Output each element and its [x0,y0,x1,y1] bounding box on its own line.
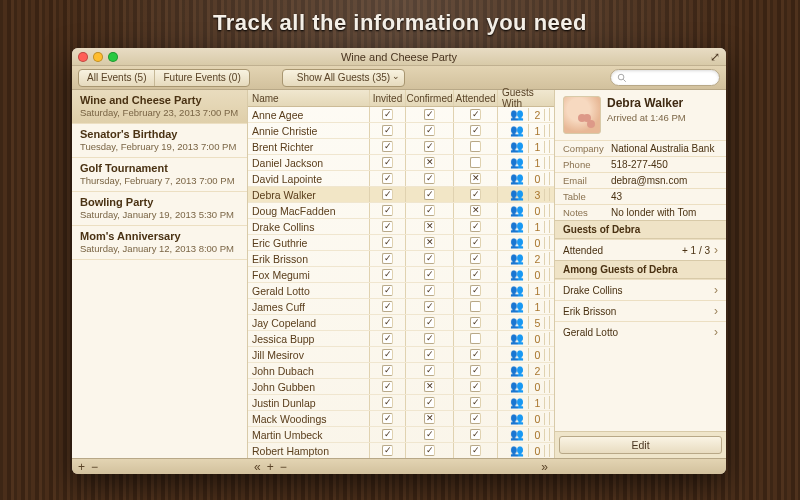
table-row[interactable]: Robert Hampton✓✓✓👥0 [248,443,554,458]
table-row[interactable]: James Cuff✓✓👥1 [248,299,554,315]
checkbox[interactable]: ✓ [382,109,393,120]
sidebar-event[interactable]: Mom's AnniversarySaturday, January 12, 2… [72,226,247,260]
table-row[interactable]: Erik Brisson✓✓✓👥2 [248,251,554,267]
checkbox[interactable]: ✓ [382,365,393,376]
among-guest-row[interactable]: Erik Brisson› [555,300,726,321]
checkbox[interactable]: ✓ [470,349,481,360]
checkbox[interactable]: ✓ [382,413,393,424]
attended-summary-row[interactable]: Attended + 1 / 3 › [555,239,726,260]
sidebar-event[interactable]: Bowling PartySaturday, January 19, 2013 … [72,192,247,226]
checkbox[interactable]: ✕ [424,221,435,232]
table-row[interactable]: Jessica Bupp✓✓👥0 [248,331,554,347]
checkbox[interactable]: ✓ [470,445,481,456]
checkbox[interactable]: ✕ [470,205,481,216]
seg-all-events[interactable]: All Events (5) [79,70,155,86]
sidebar-event[interactable]: Senator's BirthdayTuesday, February 19, … [72,124,247,158]
checkbox[interactable]: ✓ [424,173,435,184]
checkbox[interactable]: ✓ [470,253,481,264]
checkbox[interactable]: ✓ [470,317,481,328]
checkbox[interactable]: ✕ [470,173,481,184]
checkbox[interactable]: ✓ [382,141,393,152]
first-page-icon[interactable]: « [254,460,261,474]
checkbox[interactable]: ✓ [382,189,393,200]
checkbox[interactable]: ✓ [424,397,435,408]
table-row[interactable]: Eric Guthrie✓✕✓👥0 [248,235,554,251]
checkbox[interactable]: ✓ [424,317,435,328]
table-row[interactable]: John Dubach✓✓✓👥2 [248,363,554,379]
checkbox[interactable]: ✓ [424,269,435,280]
checkbox[interactable] [470,333,481,344]
checkbox[interactable]: ✓ [470,413,481,424]
checkbox[interactable]: ✓ [382,381,393,392]
checkbox[interactable]: ✓ [470,285,481,296]
checkbox[interactable]: ✓ [382,125,393,136]
table-row[interactable]: David Lapointe✓✓✕👥0 [248,171,554,187]
checkbox[interactable]: ✓ [382,317,393,328]
table-row[interactable]: Anne Agee✓✓✓👥2 [248,107,554,123]
among-guest-row[interactable]: Gerald Lotto› [555,321,726,342]
checkbox[interactable]: ✓ [424,445,435,456]
checkbox[interactable]: ✓ [382,333,393,344]
checkbox[interactable]: ✓ [382,205,393,216]
table-row[interactable]: John Gubben✓✕✓👥0 [248,379,554,395]
edit-button[interactable]: Edit [559,436,722,454]
table-row[interactable]: Justin Dunlap✓✓✓👥1 [248,395,554,411]
table-row[interactable]: Gerald Lotto✓✓✓👥1 [248,283,554,299]
last-page-icon[interactable]: » [541,460,548,474]
guest-filter-dropdown[interactable]: Show All Guests (35) [282,69,405,87]
checkbox[interactable]: ✓ [470,365,481,376]
table-row[interactable]: Mack Woodings✓✕✓👥0 [248,411,554,427]
checkbox[interactable]: ✓ [424,205,435,216]
checkbox[interactable]: ✓ [424,285,435,296]
checkbox[interactable]: ✓ [424,125,435,136]
checkbox[interactable]: ✓ [382,285,393,296]
add-event-button[interactable]: + [78,460,85,474]
sidebar-event[interactable]: Wine and Cheese PartySaturday, February … [72,90,247,124]
checkbox[interactable] [470,301,481,312]
checkbox[interactable]: ✓ [382,221,393,232]
search-input[interactable] [610,69,720,86]
checkbox[interactable]: ✓ [470,429,481,440]
among-guest-row[interactable]: Drake Collins› [555,279,726,300]
table-row[interactable]: Jay Copeland✓✓✓👥5 [248,315,554,331]
table-row[interactable]: Daniel Jackson✓✕👥1 [248,155,554,171]
checkbox[interactable]: ✓ [424,429,435,440]
checkbox[interactable]: ✓ [382,445,393,456]
sidebar-event[interactable]: Golf TournamentThursday, February 7, 201… [72,158,247,192]
remove-event-button[interactable]: − [91,460,98,474]
add-guest-button[interactable]: + [267,460,274,474]
checkbox[interactable]: ✓ [470,269,481,280]
checkbox[interactable]: ✓ [382,301,393,312]
checkbox[interactable]: ✓ [424,109,435,120]
checkbox[interactable]: ✓ [382,253,393,264]
checkbox[interactable]: ✓ [470,109,481,120]
table-row[interactable]: Jill Mesirov✓✓✓👥0 [248,347,554,363]
table-row[interactable]: Martin Umbeck✓✓✓👥0 [248,427,554,443]
checkbox[interactable]: ✕ [424,381,435,392]
checkbox[interactable]: ✕ [424,237,435,248]
checkbox[interactable] [470,157,481,168]
table-row[interactable]: Brent Richter✓✓👥1 [248,139,554,155]
checkbox[interactable]: ✓ [470,221,481,232]
checkbox[interactable]: ✓ [470,189,481,200]
table-row[interactable]: Drake Collins✓✕✓👥1 [248,219,554,235]
table-row[interactable]: Fox Megumi✓✓✓👥0 [248,267,554,283]
checkbox[interactable]: ✓ [424,141,435,152]
events-segmented-control[interactable]: All Events (5) Future Events (0) [78,69,250,87]
table-row[interactable]: Doug MacFadden✓✓✕👥0 [248,203,554,219]
checkbox[interactable]: ✓ [382,429,393,440]
checkbox[interactable]: ✓ [470,381,481,392]
checkbox[interactable]: ✓ [424,349,435,360]
col-header-attended[interactable]: Attended [454,90,498,106]
col-header-invited[interactable]: Invited [370,90,406,106]
checkbox[interactable] [470,141,481,152]
col-header-confirmed[interactable]: Confirmed [406,90,454,106]
checkbox[interactable]: ✓ [382,237,393,248]
checkbox[interactable]: ✕ [424,413,435,424]
checkbox[interactable]: ✓ [382,173,393,184]
checkbox[interactable]: ✓ [470,125,481,136]
checkbox[interactable]: ✓ [382,269,393,280]
checkbox[interactable]: ✕ [424,157,435,168]
col-header-guestswith[interactable]: Guests With [498,90,554,106]
checkbox[interactable]: ✓ [424,365,435,376]
